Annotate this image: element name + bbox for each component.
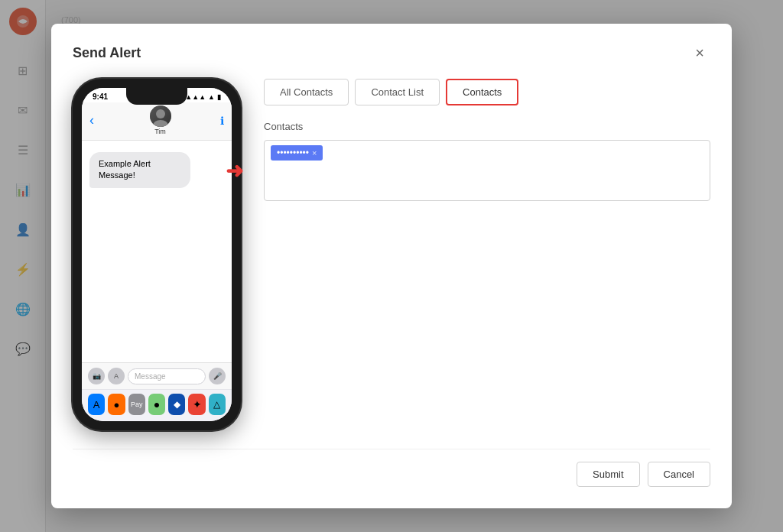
dock-app-orange: ● — [108, 394, 125, 415]
modal-header: Send Alert × — [73, 42, 710, 63]
message-placeholder: Message — [135, 372, 166, 381]
dock-app-dropbox: ◆ — [168, 394, 185, 415]
dock-app-pay: Pay — [128, 394, 145, 415]
contact-tag-text: •••••••••• — [277, 148, 309, 158]
svg-point-1 — [156, 109, 165, 118]
phone-notch — [126, 88, 187, 105]
phone-avatar — [150, 105, 171, 127]
modal-body: 9:41 ▲▲▲ ▲ ▮ ‹ — [73, 79, 710, 430]
tab-contact-list[interactable]: Contact List — [355, 79, 440, 105]
phone-mockup: 9:41 ▲▲▲ ▲ ▮ ‹ — [73, 79, 241, 430]
svg-point-2 — [153, 120, 168, 127]
phone-info-icon: ℹ — [220, 115, 224, 127]
message-bubble: Example Alert Message! — [89, 152, 190, 188]
tab-contacts[interactable]: Contacts — [446, 79, 518, 105]
dock-apps: A ● Pay ● ◆ ✦ △ — [88, 394, 226, 415]
contacts-section-label: Contacts — [264, 121, 710, 132]
dock-app-red: ✦ — [188, 394, 205, 415]
dock-app-teal: △ — [209, 394, 226, 415]
contact-tag-remove[interactable]: × — [312, 148, 317, 157]
phone-input-area: 📷 A Message 🎤 — [82, 362, 232, 389]
modal-title: Send Alert — [73, 45, 141, 61]
tab-all-contacts[interactable]: All Contacts — [264, 79, 349, 105]
camera-icon: 📷 — [88, 368, 105, 384]
wifi-icon: ▲ — [208, 93, 215, 101]
modal-footer: Submit Cancel — [73, 449, 710, 487]
phone-screen: 9:41 ▲▲▲ ▲ ▮ ‹ — [82, 88, 232, 421]
phone-contact-name: Tim — [154, 128, 166, 135]
red-arrow-indicator: ➜ — [226, 158, 243, 183]
phone-input-icons: 📷 A — [88, 368, 125, 384]
phone-nav-bar: ‹ Tim — [82, 102, 232, 141]
phone-app-dock: A ● Pay ● ◆ ✦ △ — [82, 389, 232, 421]
modal-overlay: Send Alert × 9:41 ▲▲▲ ▲ ▮ — [0, 0, 783, 532]
right-panel: All Contacts Contact List Contacts Conta… — [264, 79, 710, 430]
phone-mockup-container: 9:41 ▲▲▲ ▲ ▮ ‹ — [73, 79, 241, 430]
signal-icon: ▲▲▲ — [185, 93, 206, 101]
send-alert-modal: Send Alert × 9:41 ▲▲▲ ▲ ▮ — [51, 24, 732, 508]
dock-app-green: ● — [148, 394, 165, 415]
phone-input-row: 📷 A Message 🎤 — [88, 368, 226, 384]
battery-icon: ▮ — [217, 93, 221, 101]
contacts-input-area[interactable]: •••••••••• × — [264, 140, 710, 201]
mic-icon: 🎤 — [209, 368, 226, 384]
phone-status-icons: ▲▲▲ ▲ ▮ — [185, 93, 221, 101]
phone-message-input: Message — [128, 368, 206, 384]
phone-contact-info: Tim — [100, 105, 220, 135]
appstore-icon: A — [108, 368, 125, 384]
modal-close-button[interactable]: × — [689, 42, 710, 63]
dock-app-store: A — [88, 394, 105, 415]
phone-time: 9:41 — [93, 92, 108, 101]
phone-messages-area: Example Alert Message! — [82, 141, 232, 362]
contacts-input-wrapper: ➜ •••••••••• × — [264, 140, 710, 201]
phone-avatar-image — [150, 105, 171, 127]
cancel-button[interactable]: Cancel — [648, 462, 710, 487]
submit-button[interactable]: Submit — [577, 462, 639, 487]
tab-bar: All Contacts Contact List Contacts — [264, 79, 710, 105]
phone-back-icon: ‹ — [89, 112, 94, 128]
contact-tag[interactable]: •••••••••• × — [271, 145, 323, 161]
